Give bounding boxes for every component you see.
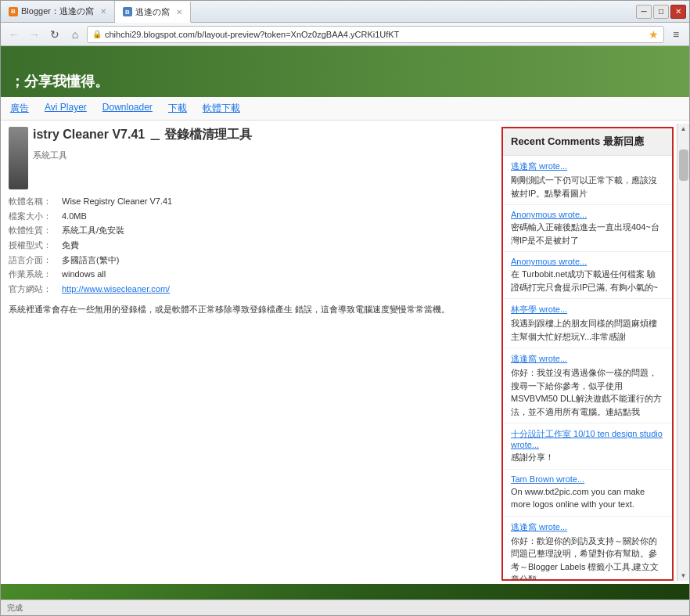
label-website: 官方網站： <box>9 282 56 297</box>
comment-0-author[interactable]: 逃逢窩 wrote... <box>511 160 664 172</box>
info-row-type: 軟體性質： 系統工具/免安裝 <box>9 223 491 238</box>
value-software-name: Wise Registry Cleaner V7.41 <box>62 194 172 209</box>
info-row-website: 官方網站： http://www.wisecleaner.com/ <box>9 282 491 297</box>
comment-4: 逃逢窩 wrote... 你好：我並沒有遇過像你一樣的問題，搜尋一下給你參考，似… <box>503 348 672 423</box>
browser-window: B Blogger：逃逢の窩 ✕ B 逃逢の窩 ✕ ─ □ ✕ ← → ↻ ⌂ … <box>0 0 690 616</box>
info-row-size: 檔案大小： 4.0MB <box>9 209 491 224</box>
article-description: 系統裡通常會存在一些無用的登錄檔，或是軟體不正常移除導致登錄檔產生 錯誤，這會導… <box>9 303 491 317</box>
comment-0-text: 剛剛測試一下仍可以正常下載，應該沒被封IP。點擊看圖片 <box>511 175 657 198</box>
nav-link-aviplayer[interactable]: Avi Player <box>45 102 87 115</box>
page-content: ；分享我懂得。 廣告 Avi Player Downloader 下載 軟體下載… <box>1 46 689 600</box>
comment-7: 逃逢窩 wrote... 你好：歡迎你的到訪及支持～關於你的問題已整理說明，希望… <box>503 517 672 582</box>
sidebar-title: Recent Comments 最新回應 <box>503 128 672 156</box>
title-bar: B Blogger：逃逢の窩 ✕ B 逃逢の窩 ✕ ─ □ ✕ <box>1 1 689 23</box>
scroll-down-arrow[interactable]: ▼ <box>679 571 688 581</box>
comment-6-author[interactable]: Tam Brown wrote... <box>511 474 664 484</box>
status-bar: 完成 <box>1 600 689 615</box>
nav-link-downloader[interactable]: Downloader <box>102 102 153 115</box>
comment-3: 林亭學 wrote... 我遇到跟樓上的朋友同樣的問題麻煩樓主幫個大忙好想玩Y.… <box>503 299 672 348</box>
minimize-button[interactable]: ─ <box>636 5 652 19</box>
tab-1[interactable]: B Blogger：逃逢の窩 ✕ <box>1 1 115 22</box>
label-file-size: 檔案大小： <box>9 209 56 224</box>
info-row-license: 授權型式： 免費 <box>9 238 491 253</box>
tab2-close[interactable]: ✕ <box>176 8 182 16</box>
article-meta: 系統工具 <box>33 149 252 161</box>
maximize-button[interactable]: □ <box>653 5 669 19</box>
footer-logo-text: 逃逢の窩 <box>10 599 80 600</box>
value-website[interactable]: http://www.wisecleaner.com/ <box>62 282 170 297</box>
comments-sidebar: Recent Comments 最新回應 逃逢窩 wrote... 剛剛測試一下… <box>501 127 674 581</box>
tab-spacer <box>191 1 633 22</box>
comment-5-author[interactable]: 十分設計工作室 10/10 ten design studio wrote... <box>511 428 664 449</box>
nav-link-download[interactable]: 下載 <box>168 102 187 115</box>
tools-icon[interactable]: ≡ <box>667 26 685 43</box>
info-table: 軟體名稱： Wise Registry Cleaner V7.41 檔案大小： … <box>9 194 491 297</box>
back-button[interactable]: ← <box>5 26 23 43</box>
lock-icon: 🔒 <box>92 30 102 38</box>
comment-4-text: 你好：我並沒有遇過像你一樣的問題，搜尋一下給你參考，似乎使用MSVBVM50 D… <box>511 368 662 416</box>
page-header: ；分享我懂得。 <box>1 46 689 97</box>
article-area: istry Cleaner V7.41 ＿ 登錄檔清理工具 系統工具 軟體名稱：… <box>1 124 498 581</box>
article-header: istry Cleaner V7.41 ＿ 登錄檔清理工具 系統工具 <box>9 127 491 189</box>
label-type: 軟體性質： <box>9 223 56 238</box>
refresh-button[interactable]: ↻ <box>46 26 63 43</box>
nav-link-software[interactable]: 軟體下載 <box>203 102 240 115</box>
scroll-up-arrow[interactable]: ▲ <box>679 124 688 134</box>
scrollbar-thumb[interactable] <box>679 149 688 181</box>
close-button[interactable]: ✕ <box>670 5 686 19</box>
value-type: 系統工具/免安裝 <box>62 223 124 238</box>
tab2-favicon: B <box>123 7 132 16</box>
forward-button[interactable]: → <box>26 26 43 43</box>
comment-1-text: 密碼輸入正確後點進去一直出現404~台灣IP是不是被封了 <box>511 222 659 245</box>
label-software-name: 軟體名稱： <box>9 194 56 209</box>
comment-3-text: 我遇到跟樓上的朋友同樣的問題麻煩樓主幫個大忙好想玩Y...非常感謝 <box>511 319 657 341</box>
label-language: 語言介面： <box>9 253 56 268</box>
comment-2-author[interactable]: Anonymous wrote... <box>511 257 664 266</box>
nav-bar: ← → ↻ ⌂ 🔒 chihchi29.blogspot.com/b/layou… <box>1 23 689 46</box>
address-bar[interactable]: 🔒 chihchi29.blogspot.com/b/layout-previe… <box>87 26 664 43</box>
label-license: 授權型式： <box>9 238 56 253</box>
comment-5-text: 感謝分享！ <box>511 452 554 462</box>
value-file-size: 4.0MB <box>62 209 87 224</box>
comment-6-text: On www.txt2pic.com you can make more log… <box>511 487 645 510</box>
page-footer: 逃逢の窩 http://chihchi29.blogspot.com/ <box>1 584 689 600</box>
tab1-close[interactable]: ✕ <box>100 7 106 16</box>
value-language: 多國語言(繁中) <box>62 253 119 268</box>
home-button[interactable]: ⌂ <box>66 26 84 43</box>
tab-2[interactable]: B 逃逢の窩 ✕ <box>115 2 191 23</box>
address-text: chihchi29.blogspot.com/b/layout-preview?… <box>105 30 645 39</box>
info-row-name: 軟體名稱： Wise Registry Cleaner V7.41 <box>9 194 491 209</box>
comment-1-author[interactable]: Anonymous wrote... <box>511 210 664 219</box>
tab2-label: 逃逢の窩 <box>135 6 170 18</box>
comment-1: Anonymous wrote... 密碼輸入正確後點進去一直出現404~台灣I… <box>503 205 672 252</box>
comment-2-text: 在 Turbobit.net成功下載過任何檔案 驗證碼打完只會提示IP已滿, 有… <box>511 269 658 292</box>
comment-7-author[interactable]: 逃逢窩 wrote... <box>511 521 664 533</box>
status-text: 完成 <box>7 603 23 614</box>
value-os: windows all <box>62 267 106 282</box>
nav-link-ad[interactable]: 廣告 <box>10 102 29 115</box>
nav-links-bar: 廣告 Avi Player Downloader 下載 軟體下載 <box>1 97 689 121</box>
article-title-area: istry Cleaner V7.41 ＿ 登錄檔清理工具 系統工具 <box>33 127 252 166</box>
comment-2: Anonymous wrote... 在 Turbobit.net成功下載過任何… <box>503 252 672 299</box>
scrollbar-right[interactable]: ▲ ▼ <box>677 124 689 581</box>
footer-info: 逃逢の窩 http://chihchi29.blogspot.com/ <box>10 597 135 600</box>
info-row-os: 作業系統： windows all <box>9 267 491 282</box>
comment-3-author[interactable]: 林亭學 wrote... <box>511 304 664 315</box>
article-thumbnail <box>9 127 28 189</box>
comment-0: 逃逢窩 wrote... 剛剛測試一下仍可以正常下載，應該沒被封IP。點擊看圖片 <box>503 156 672 205</box>
comment-4-author[interactable]: 逃逢窩 wrote... <box>511 353 664 365</box>
bookmark-star-icon[interactable]: ★ <box>649 28 659 41</box>
info-row-language: 語言介面： 多國語言(繁中) <box>9 253 491 268</box>
content-area: istry Cleaner V7.41 ＿ 登錄檔清理工具 系統工具 軟體名稱：… <box>1 121 689 584</box>
comment-5: 十分設計工作室 10/10 ten design studio wrote...… <box>503 423 672 470</box>
footer-logo: 逃逢の窩 <box>10 597 135 600</box>
tab1-label: Blogger：逃逢の窩 <box>21 5 94 17</box>
header-text: ；分享我懂得。 <box>10 72 109 91</box>
label-os: 作業系統： <box>9 267 56 282</box>
value-license: 免費 <box>62 238 79 253</box>
comment-7-text: 你好：歡迎你的到訪及支持～關於你的問題已整理說明，希望對你有幫助。參考～Blog… <box>511 536 659 582</box>
tab1-favicon: B <box>9 7 18 16</box>
comment-6: Tam Brown wrote... On www.txt2pic.com yo… <box>503 470 672 517</box>
window-controls: ─ □ ✕ <box>633 1 689 22</box>
article-title: istry Cleaner V7.41 ＿ 登錄檔清理工具 <box>33 127 252 143</box>
